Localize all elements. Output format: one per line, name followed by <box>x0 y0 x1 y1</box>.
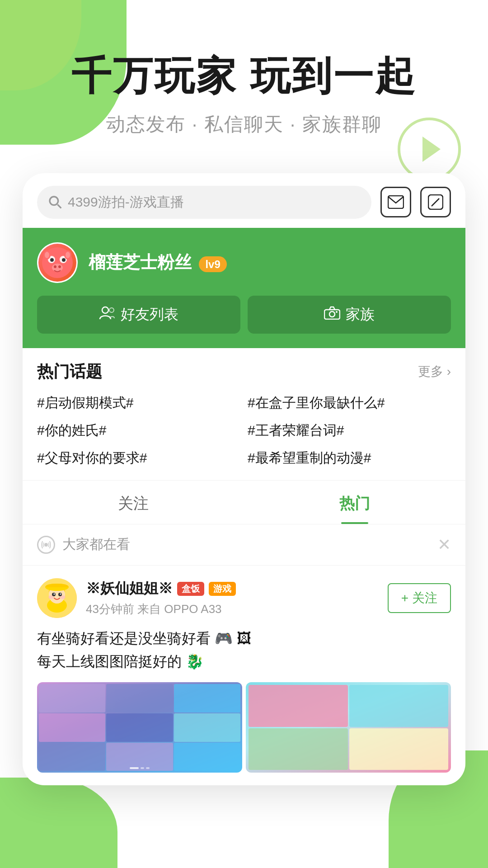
hero-title: 千万玩家 玩到一起 <box>27 54 461 98</box>
svg-point-13 <box>58 265 61 268</box>
svg-point-12 <box>54 265 56 268</box>
svg-point-19 <box>109 308 114 312</box>
user-info: 榴莲芝士粉丝 lv9 <box>37 242 451 283</box>
hot-topics-section: 热门话题 更多 › #启动假期模式# #在盒子里你最缺什么# #你的姓氏# #王… <box>23 348 465 481</box>
search-row: 4399游拍-游戏直播 <box>23 173 465 228</box>
mail-button[interactable] <box>380 187 411 217</box>
topic-item-3[interactable]: #你的姓氏# <box>37 421 240 440</box>
svg-line-4 <box>432 198 439 206</box>
search-input-text: 4399游拍-游戏直播 <box>68 193 184 212</box>
family-button[interactable]: 家族 <box>248 296 451 334</box>
friends-icon <box>99 305 115 325</box>
level-badge: lv9 <box>199 256 226 272</box>
tabs-row: 关注 热门 <box>23 481 465 524</box>
camera-icon <box>324 306 340 323</box>
avatar-image <box>38 244 76 282</box>
post-username: ※妖仙姐姐※ 盒饭 游戏 <box>86 579 379 599</box>
watching-text: 大家都在看 <box>62 535 430 554</box>
username: 榴莲芝士粉丝 <box>89 253 192 272</box>
svg-point-0 <box>50 197 58 205</box>
phone-mockup: 4399游拍-游戏直播 <box>23 173 465 785</box>
user-action-buttons: 好友列表 家族 <box>37 296 451 334</box>
svg-point-32 <box>48 595 54 599</box>
post-avatar <box>37 578 77 618</box>
search-bar[interactable]: 4399游拍-游戏直播 <box>37 186 371 219</box>
post-user-info: ※妖仙姐姐※ 盒饭 游戏 43分钟前 来自 OPPO A33 <box>86 579 379 617</box>
svg-point-33 <box>60 595 66 599</box>
topic-item-6[interactable]: #最希望重制的动漫# <box>248 449 451 467</box>
avatar-svg <box>42 247 73 278</box>
user-name-row: 榴莲芝士粉丝 lv9 <box>89 251 227 274</box>
friends-label: 好友列表 <box>121 305 178 325</box>
follow-button[interactable]: + 关注 <box>388 583 451 613</box>
tab-hot[interactable]: 热门 <box>244 481 465 524</box>
friends-button[interactable]: 好友列表 <box>37 296 240 334</box>
svg-rect-2 <box>388 196 404 208</box>
post-header: ※妖仙姐姐※ 盒饭 游戏 43分钟前 来自 OPPO A33 + 关注 <box>37 578 451 618</box>
topics-grid: #启动假期模式# #在盒子里你最缺什么# #你的姓氏# #王者荣耀台词# #父母… <box>37 394 451 467</box>
hero-subtitle: 动态发布 · 私信聊天 · 家族群聊 <box>27 112 461 137</box>
post-image-1[interactable] <box>37 682 242 773</box>
user-card: 榴莲芝士粉丝 lv9 好友列表 <box>23 228 465 348</box>
post-image-2[interactable] <box>246 682 451 773</box>
svg-point-16 <box>45 252 49 258</box>
mail-icon <box>388 195 404 209</box>
post-content-line2: 每天上线图图陪挺好的 🐉 <box>37 650 451 673</box>
avatar <box>37 242 78 283</box>
svg-point-11 <box>52 264 63 272</box>
post-content: 有坐骑好看还是没坐骑好看 🎮 🖼 每天上线图图陪挺好的 🐉 <box>37 627 451 673</box>
post-card: ※妖仙姐姐※ 盒饭 游戏 43分钟前 来自 OPPO A33 + 关注 有坐骑好… <box>23 566 465 785</box>
watching-banner: 大家都在看 ✕ <box>23 524 465 566</box>
hot-topics-title: 热门话题 <box>37 361 102 383</box>
svg-point-17 <box>66 252 70 258</box>
broadcast-icon <box>37 536 55 554</box>
svg-line-1 <box>57 205 61 208</box>
topic-item-2[interactable]: #在盒子里你最缺什么# <box>248 394 451 412</box>
svg-point-21 <box>329 311 335 317</box>
more-topics-button[interactable]: 更多 › <box>418 363 451 380</box>
badge-red: 盒饭 <box>177 582 204 596</box>
edit-icon <box>428 194 443 210</box>
svg-line-5 <box>432 206 432 206</box>
badge-orange: 游戏 <box>209 582 236 596</box>
topic-item-4[interactable]: #王者荣耀台词# <box>248 421 451 440</box>
play-decoration <box>398 118 461 181</box>
tab-follow[interactable]: 关注 <box>23 481 244 524</box>
svg-point-22 <box>336 311 338 313</box>
post-content-line1: 有坐骑好看还是没坐骑好看 🎮 🖼 <box>37 627 451 650</box>
topic-item-5[interactable]: #父母对你的要求# <box>37 449 240 467</box>
svg-point-18 <box>102 307 108 313</box>
edit-button[interactable] <box>420 187 451 217</box>
family-label: 家族 <box>346 305 375 325</box>
svg-point-31 <box>60 593 61 594</box>
hot-topics-header: 热门话题 更多 › <box>37 361 451 383</box>
svg-point-30 <box>54 593 55 594</box>
topic-item-1[interactable]: #启动假期模式# <box>37 394 240 412</box>
svg-point-9 <box>50 258 54 262</box>
close-banner-button[interactable]: ✕ <box>437 535 451 554</box>
post-meta: 43分钟前 来自 OPPO A33 <box>86 601 379 617</box>
svg-point-10 <box>62 258 66 262</box>
svg-point-23 <box>44 543 48 547</box>
post-images <box>37 682 451 773</box>
search-icon <box>48 195 62 209</box>
